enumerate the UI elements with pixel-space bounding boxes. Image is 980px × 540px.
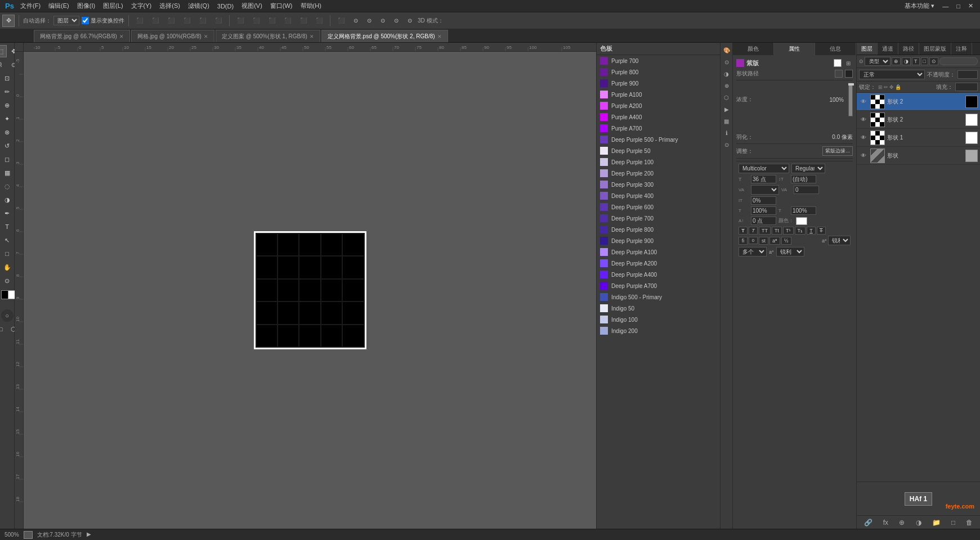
antialias-select[interactable]: 锐利 (828, 236, 851, 245)
navigator-icon[interactable]: ⊙ (722, 140, 732, 150)
menu-edit[interactable]: 编辑(E) (45, 1, 73, 11)
distribute-bottom-btn[interactable]: ⬛ (312, 16, 326, 25)
pen-tool[interactable]: ✒ (1, 207, 14, 219)
tab-close-0[interactable]: ✕ (119, 34, 124, 39)
layer-item-2[interactable]: 👁 形状 1 (857, 129, 980, 147)
window-close[interactable]: ✕ (965, 1, 977, 11)
tab-close-2[interactable]: ✕ (310, 34, 314, 39)
tab-1[interactable]: 网格.jpg @ 100%(RGB/8) ✕ (131, 30, 214, 42)
filter-shape-btn[interactable]: □ (921, 57, 928, 65)
distribute-center-v-btn[interactable]: ⬛ (297, 16, 310, 25)
swatch-item-9[interactable]: Deep Purple 100 (597, 156, 720, 168)
swatch-item-16[interactable]: Deep Purple 900 (597, 235, 720, 246)
swatch-item-20[interactable]: Deep Purple A700 (597, 280, 720, 291)
layers-tab-notes[interactable]: 注释 (951, 43, 972, 55)
swatch-item-0[interactable]: Purple 700 (597, 55, 720, 66)
layers-tab-channels[interactable]: 通道 (878, 43, 898, 55)
add-link-btn[interactable]: 🔗 (864, 519, 872, 526)
props-tab-color[interactable]: 颜色 (733, 43, 774, 55)
filter-type-select[interactable]: 类型 (865, 57, 890, 66)
strikethrough-btn[interactable]: T̶ (817, 227, 826, 235)
layer-vis-2[interactable]: 👁 (859, 133, 868, 142)
swatch-item-12[interactable]: Deep Purple 400 (597, 190, 720, 201)
filter-text-btn[interactable]: T (912, 57, 920, 65)
layer-item-3[interactable]: 👁 形状 (857, 147, 980, 165)
small-caps-btn[interactable]: Tt (772, 227, 782, 235)
vscale-input[interactable] (751, 206, 776, 215)
ordinal-btn[interactable]: aᵒ (769, 237, 780, 245)
canvas-area[interactable]: -10 -5 0 5 10 15 20 25 30 35 4 (15, 43, 596, 529)
brush-settings-icon[interactable]: ⊙ (722, 57, 732, 67)
filter-toggle[interactable] (939, 57, 978, 65)
window-restore[interactable]: □ (953, 2, 964, 11)
underline-btn[interactable]: T (807, 227, 816, 235)
italic-btn[interactable]: T (749, 227, 758, 235)
align-bottom-btn[interactable]: ⬛ (212, 16, 225, 25)
blend-mode-select[interactable]: 正常 (859, 70, 925, 79)
tab-close-1[interactable]: ✕ (204, 34, 208, 39)
align-right-btn[interactable]: ⬛ (164, 16, 178, 25)
path-select-tool[interactable]: ↖ (1, 234, 14, 246)
auto-align-btn[interactable]: ⬛ (334, 16, 348, 25)
swatch-item-24[interactable]: Indigo 200 (597, 325, 720, 336)
swatch-item-23[interactable]: Indigo 100 (597, 314, 720, 325)
swatch-item-5[interactable]: Purple A400 (597, 111, 720, 123)
info-icon[interactable]: ℹ (722, 128, 732, 138)
discfrac-btn[interactable]: ½ (781, 237, 791, 245)
window-minimize[interactable]: — (939, 2, 952, 11)
swatch-item-13[interactable]: Deep Purple 600 (597, 201, 720, 213)
swatch-item-7[interactable]: Deep Purple 500 - Primary (597, 134, 720, 145)
layer-vis-0[interactable]: 👁 (859, 97, 868, 106)
swatch-item-22[interactable]: Indigo 50 (597, 303, 720, 314)
hand-tool[interactable]: ✋ (1, 261, 14, 273)
lang-select[interactable]: 多个 (739, 247, 767, 256)
show-transform-label[interactable]: 显示变换控件 (82, 17, 124, 25)
layer-item-0[interactable]: 👁 形状 2 (857, 93, 980, 111)
dodge-tool[interactable]: ◑ (1, 194, 14, 206)
align-top-btn[interactable]: ⬛ (180, 16, 194, 25)
align-left-btn[interactable]: ⬛ (133, 16, 146, 25)
tracking-input[interactable] (794, 186, 819, 194)
menu-window[interactable]: 窗口(W) (267, 1, 296, 11)
vscale2-input[interactable] (791, 206, 816, 215)
lock-position-icon[interactable]: ✥ (889, 84, 894, 90)
add-mask-btn[interactable]: ⊕ (899, 519, 905, 526)
antialias2-select[interactable]: 锐利 (776, 247, 804, 256)
color-picker-icon[interactable]: 🎨 (722, 45, 732, 55)
shape-tool[interactable]: □ (1, 248, 14, 260)
text-color-swatch[interactable] (796, 217, 807, 225)
3d-roll-btn[interactable]: ⊙ (364, 16, 375, 25)
shape-path-icon-2[interactable] (845, 70, 853, 78)
subscript-btn[interactable]: T₁ (795, 227, 806, 235)
distribute-right-btn[interactable]: ⬛ (265, 16, 279, 25)
layers-tab-mask[interactable]: 图层蒙版 (919, 43, 951, 55)
add-adj-btn[interactable]: ◑ (916, 519, 921, 526)
swatch-item-17[interactable]: Deep Purple A100 (597, 246, 720, 258)
superscript-btn[interactable]: T¹ (783, 227, 794, 235)
3d-scale-btn[interactable]: ⊙ (404, 16, 415, 25)
layers-tab-layers[interactable]: 图层 (857, 43, 878, 55)
swatch-item-8[interactable]: Deep Purple 50 (597, 145, 720, 156)
zoom-tool[interactable]: ⊙ (1, 274, 14, 287)
font-family-select[interactable]: Multicolor (739, 164, 789, 173)
tab-0[interactable]: 网格背景.jpg @ 66.7%(RGB/8) ✕ (34, 30, 130, 42)
rectangular-marquee-tool[interactable]: ⬚ (0, 45, 7, 57)
swatch-item-19[interactable]: Deep Purple A400 (597, 269, 720, 280)
eyedropper-tool[interactable]: ✏ (1, 86, 14, 98)
healing-brush-tool[interactable]: ⊕ (1, 99, 14, 111)
3d-icon[interactable]: ⬡ (722, 92, 732, 102)
adjustments-icon[interactable]: ◑ (722, 69, 732, 79)
lock-transparent-icon[interactable]: ⊞ (878, 84, 883, 90)
opacity-input[interactable]: 80 (957, 70, 978, 79)
layers-tab-paths[interactable]: 路径 (898, 43, 919, 55)
swatch-item-4[interactable]: Purple A200 (597, 100, 720, 111)
auto-select-dropdown[interactable]: 图层 组 (53, 16, 79, 25)
blur-tool[interactable]: ◌ (1, 180, 14, 192)
swatch-item-18[interactable]: Deep Purple A200 (597, 258, 720, 269)
show-transform-checkbox[interactable] (82, 17, 89, 24)
filter-adj-btn[interactable]: ◑ (902, 57, 911, 65)
mask-icon[interactable]: ⊕ (722, 80, 732, 91)
tab-3[interactable]: 定义网格背景.psd @ 500%(形状 2, RGB/8) ✕ (321, 30, 448, 42)
status-expand-btn[interactable]: ▶ (87, 531, 95, 539)
workspace-selector[interactable]: 基本功能 ▾ (901, 1, 938, 11)
